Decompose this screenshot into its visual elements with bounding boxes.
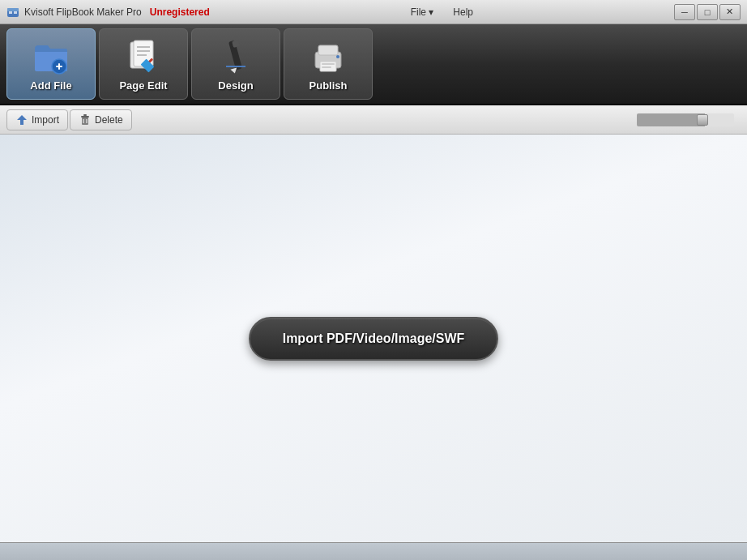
- delete-label: Delete: [95, 114, 123, 126]
- add-file-icon: [32, 37, 70, 76]
- publish-button[interactable]: Publish: [284, 28, 373, 100]
- title-controls: ─ □ ✕: [674, 4, 741, 20]
- design-icon: [216, 37, 255, 76]
- title-bar: Kvisoft FlipBook Maker Pro Unregistered …: [0, 0, 747, 24]
- svg-rect-6: [58, 63, 60, 70]
- delete-icon: [79, 113, 92, 126]
- title-menu: File ▾ Help: [408, 5, 476, 19]
- app-icon: [6, 6, 19, 19]
- svg-rect-3: [14, 11, 17, 14]
- svg-rect-20: [318, 45, 338, 55]
- sub-toolbar: Import Delete: [0, 105, 747, 135]
- add-file-button[interactable]: Add File: [6, 28, 96, 100]
- title-left: Kvisoft FlipBook Maker Pro Unregistered: [6, 6, 210, 19]
- page-edit-icon: [124, 37, 163, 76]
- import-label: Import: [32, 114, 59, 126]
- maximize-button[interactable]: □: [697, 4, 718, 20]
- svg-rect-23: [322, 63, 335, 65]
- svg-rect-24: [322, 66, 331, 68]
- main-toolbar: Add File Page Edit: [0, 24, 747, 105]
- svg-point-22: [336, 55, 339, 58]
- import-icon: [15, 113, 28, 126]
- svg-marker-25: [17, 115, 27, 125]
- design-button[interactable]: Design: [191, 28, 280, 100]
- zoom-slider[interactable]: [637, 113, 734, 126]
- page-edit-button[interactable]: Page Edit: [99, 28, 188, 100]
- zoom-slider-container: [637, 113, 734, 126]
- close-button[interactable]: ✕: [719, 4, 741, 20]
- svg-rect-1: [7, 8, 19, 11]
- import-button[interactable]: Import: [6, 109, 68, 130]
- main-content: Import PDF/Video/Image/SWF: [0, 135, 747, 542]
- add-file-label: Add File: [30, 79, 71, 92]
- svg-rect-28: [83, 114, 87, 116]
- help-menu[interactable]: Help: [450, 5, 476, 19]
- status-bar: [0, 542, 747, 560]
- svg-rect-27: [81, 116, 89, 118]
- import-main-label: Import PDF/Video/Image/SWF: [283, 331, 465, 345]
- page-edit-label: Page Edit: [119, 79, 167, 92]
- delete-button[interactable]: Delete: [70, 109, 132, 130]
- design-label: Design: [218, 79, 253, 92]
- file-menu[interactable]: File ▾: [408, 5, 438, 19]
- unregistered-badge: Unregistered: [150, 6, 210, 18]
- app-title-text: Kvisoft FlipBook Maker Pro: [24, 6, 142, 18]
- minimize-button[interactable]: ─: [674, 4, 695, 20]
- import-main-button[interactable]: Import PDF/Video/Image/SWF: [249, 317, 499, 361]
- publish-label: Publish: [309, 79, 348, 92]
- publish-icon: [309, 37, 348, 76]
- svg-rect-26: [82, 118, 88, 125]
- svg-rect-2: [9, 11, 12, 14]
